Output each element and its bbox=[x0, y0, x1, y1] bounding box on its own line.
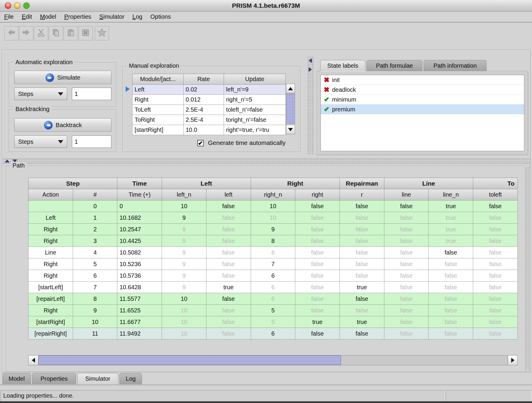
generate-time-label: Generate time automatically bbox=[208, 139, 285, 146]
column-header-left[interactable]: left bbox=[206, 189, 251, 200]
column-header-right[interactable]: right bbox=[295, 189, 340, 200]
check-icon: ✔ bbox=[198, 140, 203, 147]
tab-simulator[interactable]: Simulator bbox=[77, 373, 118, 384]
menu-edit[interactable]: Edit bbox=[22, 13, 32, 20]
value-cell: false bbox=[473, 293, 518, 305]
generate-time-checkbox[interactable]: ✔ bbox=[197, 140, 204, 146]
manual-scroll-down-button[interactable] bbox=[286, 125, 295, 134]
tab-model[interactable]: Model bbox=[2, 373, 31, 384]
backtrack-steps-combo-label: Steps bbox=[18, 138, 33, 145]
tab-properties[interactable]: Properties bbox=[32, 373, 76, 384]
value-cell: false bbox=[295, 328, 340, 339]
menu-log[interactable]: Log bbox=[132, 13, 142, 20]
state-label-minimum[interactable]: ✔minimum bbox=[321, 95, 524, 105]
cut-button[interactable] bbox=[34, 26, 48, 40]
manual-row[interactable]: ToLeft2.5E-4toleft_n'=false bbox=[132, 105, 286, 115]
backtrack-steps-combo[interactable]: Steps bbox=[14, 135, 67, 148]
state-label-premium[interactable]: ✔premium bbox=[321, 105, 524, 114]
group-header-time[interactable]: Time bbox=[117, 178, 162, 189]
path-row[interactable]: Right310.44259false8falsefalsefalsetruef… bbox=[29, 235, 518, 247]
column-header-left_n[interactable]: left_n bbox=[162, 189, 206, 200]
column-header-Action[interactable]: Action bbox=[29, 189, 73, 200]
path-row[interactable]: Line410.50829false8falsefalsefalsefalsef… bbox=[29, 247, 518, 258]
value-cell: false bbox=[473, 258, 518, 270]
auto-steps-combo[interactable]: Steps bbox=[14, 88, 67, 100]
menu-properties[interactable]: Properties bbox=[64, 13, 91, 20]
group-header-step[interactable]: Step bbox=[29, 178, 117, 189]
path-row[interactable]: 0010false10falsefalsefalsetruefalse bbox=[29, 200, 518, 212]
backtrack-steps-input[interactable] bbox=[72, 135, 111, 148]
value-cell: 6 bbox=[251, 270, 295, 282]
path-row[interactable]: [startLeft]710.64289true6falsetruefalsef… bbox=[29, 282, 518, 293]
value-cell: false bbox=[295, 282, 340, 293]
group-header-left[interactable]: Left bbox=[162, 178, 251, 189]
column-header-toleft[interactable]: toleft bbox=[473, 189, 518, 200]
minimize-window-icon[interactable] bbox=[14, 2, 20, 9]
manual-col-header-1[interactable]: Rate bbox=[184, 74, 224, 85]
menu-model[interactable]: Model bbox=[40, 13, 56, 20]
group-header-repairman[interactable]: Repairman bbox=[340, 178, 384, 189]
expand-right-icon[interactable] bbox=[309, 67, 312, 72]
window-bottom-edge bbox=[0, 401, 532, 403]
path-row[interactable]: [repairLeft]811.557710false6falsefalsefa… bbox=[29, 293, 518, 305]
group-header-right[interactable]: Right bbox=[251, 178, 340, 189]
manual-scroll-up-button[interactable] bbox=[286, 84, 295, 93]
collapse-left-icon[interactable] bbox=[309, 58, 312, 63]
tab-path-information[interactable]: Path information bbox=[424, 60, 487, 71]
path-row[interactable]: Right210.25479false9falsefalsefalsetruef… bbox=[29, 224, 518, 235]
state-label-deadlock[interactable]: ✖deadlock bbox=[321, 85, 524, 95]
update-cell: right_n'=5 bbox=[224, 95, 286, 105]
redo-button[interactable] bbox=[19, 26, 33, 40]
column-header-line_n[interactable]: line_n bbox=[429, 189, 473, 200]
title-bar[interactable]: PRISM 4.1.beta.r6673M bbox=[0, 0, 532, 12]
path-row[interactable]: Right911.652510false5falsefalsefalsefals… bbox=[29, 305, 518, 316]
group-header-line[interactable]: Line bbox=[384, 178, 473, 189]
action-cell: Left bbox=[29, 212, 73, 224]
zoom-window-icon[interactable] bbox=[23, 2, 30, 9]
manual-col-header-2[interactable]: Update bbox=[224, 74, 286, 85]
favorite-button[interactable] bbox=[95, 26, 109, 40]
manual-row[interactable]: ToRight2.5E-4toright_n'=false bbox=[132, 115, 286, 125]
path-row[interactable]: [startRight]1011.667710false5truetruefal… bbox=[29, 316, 518, 328]
delete-button[interactable] bbox=[78, 26, 93, 40]
manual-scrollbar-thumb[interactable] bbox=[286, 94, 295, 124]
copy-button[interactable] bbox=[49, 26, 63, 40]
horizontal-splitter[interactable] bbox=[2, 158, 530, 164]
value-cell: 10 bbox=[162, 293, 206, 305]
manual-table-header[interactable]: Module/[act...RateUpdate bbox=[132, 74, 286, 85]
column-header-line[interactable]: line bbox=[384, 189, 429, 200]
path-row[interactable]: Right510.52369false7falsefalsefalsefalse… bbox=[29, 258, 518, 270]
path-row[interactable]: [repairRight]1111.949210false6falsefalse… bbox=[29, 328, 518, 339]
auto-steps-input[interactable] bbox=[72, 88, 111, 100]
group-header-to[interactable]: To bbox=[473, 178, 518, 189]
tab-log[interactable]: Log bbox=[119, 373, 142, 384]
close-window-icon[interactable] bbox=[5, 2, 11, 9]
menu-simulator[interactable]: Simulator bbox=[99, 13, 124, 20]
simulate-button[interactable]: Simulate bbox=[14, 71, 111, 84]
value-cell: false bbox=[206, 270, 251, 282]
state-label-init[interactable]: ✖init bbox=[321, 75, 524, 85]
path-scroll-left-button[interactable] bbox=[28, 355, 38, 365]
manual-row[interactable]: Left0.02left_n'=9 bbox=[132, 85, 286, 95]
column-header-Time+[interactable]: Time (+) bbox=[117, 189, 162, 200]
menu-file[interactable]: File bbox=[4, 13, 14, 20]
menu-bar: FileEditModelPropertiesSimulatorLogOptio… bbox=[0, 12, 532, 23]
path-row[interactable]: Right610.57369false6falsefalsefalsefalse… bbox=[29, 270, 518, 282]
manual-row[interactable]: [startRight]10.0right'=true, r'=tru bbox=[132, 125, 286, 135]
manual-row[interactable]: Right0.012right_n'=5 bbox=[132, 95, 286, 105]
column-header-r[interactable]: r bbox=[340, 189, 384, 200]
undo-button[interactable] bbox=[4, 26, 18, 40]
manual-col-header-0[interactable]: Module/[act... bbox=[132, 74, 184, 85]
collapse-up-icon[interactable] bbox=[5, 159, 10, 162]
column-header-right_n[interactable]: right_n bbox=[251, 189, 295, 200]
path-vscrollbar-collapsed[interactable] bbox=[525, 167, 529, 371]
tab-state-labels[interactable]: State labels bbox=[320, 60, 365, 71]
tab-path-formulae[interactable]: Path formulae bbox=[367, 60, 422, 71]
path-scroll-right-button[interactable] bbox=[508, 355, 518, 365]
paste-button[interactable] bbox=[64, 26, 78, 40]
path-row[interactable]: Left110.16829false10falsefalsefalsetruef… bbox=[29, 212, 518, 224]
menu-options[interactable]: Options bbox=[150, 13, 171, 20]
column-header-#[interactable]: # bbox=[73, 189, 117, 200]
backtrack-button[interactable]: Backtrack bbox=[14, 118, 111, 132]
path-hscrollbar-thumb[interactable] bbox=[39, 355, 341, 365]
